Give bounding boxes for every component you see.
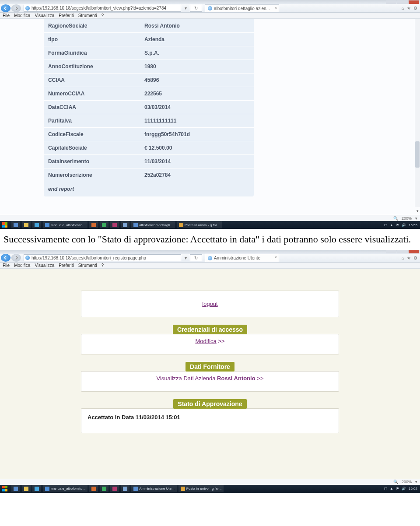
chevron-icon: >> [217,338,225,344]
tab-close-icon[interactable]: × [275,255,277,259]
taskbar-item[interactable] [11,221,20,228]
field-value: fnrggg50r54h701d [140,128,254,141]
field-value: Azienda [140,33,254,46]
home-icon[interactable]: ⌂ [402,6,404,11]
field-label: CodiceFiscale [44,128,140,141]
scroll-down-icon[interactable]: ▾ [415,207,420,215]
visualizza-link[interactable]: Visualizza Dati Azienda Rossi Antonio [157,375,256,382]
tray-clock[interactable]: 16:02 [409,487,417,491]
window-close[interactable] [409,0,419,4]
taskbar-item[interactable] [110,221,119,228]
tray-icon[interactable]: ▲ [390,223,393,227]
menu-help[interactable]: ? [101,263,104,268]
ie-favicon-icon [25,6,30,11]
field-value: 45896 [140,74,254,87]
menu-tools[interactable]: Strumenti [78,263,97,268]
tab-title: albofornitori dettaglio azien... [214,6,270,11]
favorites-icon[interactable]: ★ [407,6,411,11]
window-maximize[interactable] [397,0,408,4]
taskbar-item[interactable] [121,485,130,492]
tray-clock[interactable]: 15:55 [409,223,417,227]
page-content: logout Credenziali di accesso Modifica >… [0,269,420,479]
window-minimize[interactable] [386,250,396,253]
taskbar-item[interactable] [100,485,108,492]
taskbar-item[interactable] [89,485,98,492]
address-bar-row: http://192.168.10.18/sogesid/albofornito… [0,4,420,13]
taskbar-item[interactable]: manuale_albofornito... [43,221,88,228]
refresh-button[interactable]: ↻ [190,5,202,12]
taskbar-item[interactable] [89,221,98,228]
page-content: RagioneSocialeRossi Antonio tipoAzienda … [0,19,420,215]
start-button[interactable] [0,485,10,492]
taskbar-item[interactable] [110,485,119,492]
menu-file[interactable]: File [3,263,10,268]
taskbar-item[interactable] [22,221,31,228]
browser-tab[interactable]: albofornitori dettaglio azien... × [205,4,279,12]
field-value: 222565 [140,87,254,100]
nav-forward-button[interactable] [11,4,21,12]
zoom-level[interactable]: 200% [402,216,412,221]
menu-file[interactable]: File [3,13,10,18]
taskbar-item[interactable] [32,485,41,492]
search-separator: ▾ [181,5,190,12]
address-input[interactable]: http://192.168.10.18/sogesid/albofornito… [24,5,181,12]
taskbar-item[interactable]: Posta in arrivo - g.far... [177,221,222,228]
zoom-icon[interactable]: 🔍 [393,480,398,484]
home-icon[interactable]: ⌂ [402,256,404,260]
arrow-right-icon [14,256,18,260]
field-value: 03/03/2014 [140,101,254,114]
taskbar-item[interactable] [22,485,31,492]
window-minimize[interactable] [386,0,396,4]
tray-icon[interactable]: ⚑ [396,223,399,227]
start-button[interactable] [0,221,10,228]
favorites-icon[interactable]: ★ [407,256,411,260]
browser-tab[interactable]: Amministrazione Utente × [205,254,279,262]
taskbar-item[interactable]: albofornitori dettagli... [131,221,175,228]
vertical-scrollbar[interactable] [415,19,420,207]
zoom-icon[interactable]: 🔍 [393,216,398,221]
field-value: 252a02784 [140,168,254,182]
menu-favorites[interactable]: Preferiti [59,13,74,18]
window-titlebar [0,250,420,254]
modifica-link[interactable]: Modifica [195,338,216,344]
field-value: € 12.500.00 [140,141,254,154]
tray-icon[interactable]: 🔊 [402,223,406,227]
tools-icon[interactable]: ⚙ [413,256,417,260]
taskbar-item[interactable] [32,221,41,228]
credentials-card: Modifica >> [81,334,339,354]
taskbar-item[interactable] [121,221,130,228]
address-input[interactable]: http://192.168.10.18/sogesid/albofornito… [24,254,181,261]
field-label: CCIAA [44,74,140,87]
taskbar-item[interactable]: manuale_albofornito... [43,485,88,492]
taskbar-item[interactable]: Posta in arrivo - g.far... [178,485,224,492]
window-close[interactable] [409,250,419,253]
field-label: tipo [44,33,140,46]
taskbar-item[interactable] [100,221,108,228]
address-url: http://192.168.10.18/sogesid/albofornito… [32,6,166,11]
tray-lang[interactable]: IT [384,487,387,491]
taskbar-item[interactable] [11,485,20,492]
tray-icon[interactable]: ▲ [390,487,393,491]
menu-edit[interactable]: Modifica [14,263,30,268]
scroll-thumb[interactable] [415,141,420,168]
nav-back-button[interactable] [1,4,10,12]
tab-close-icon[interactable]: × [275,6,277,10]
field-value: Rossi Antonio [140,19,254,32]
menu-help[interactable]: ? [101,13,104,18]
tools-icon[interactable]: ⚙ [413,6,417,11]
tray-lang[interactable]: IT [384,223,387,227]
logout-link[interactable]: logout [202,301,217,307]
tray-icon[interactable]: ⚑ [396,487,399,491]
menu-edit[interactable]: Modifica [14,13,30,18]
refresh-button[interactable]: ↻ [190,254,202,261]
tray-icon[interactable]: 🔊 [402,487,406,491]
zoom-level[interactable]: 200% [402,480,412,484]
taskbar-item[interactable]: Amministrazione Ute... [131,485,176,492]
menu-view[interactable]: Visualizza [35,263,54,268]
nav-forward-button[interactable] [11,254,21,262]
nav-back-button[interactable] [1,254,10,262]
menu-favorites[interactable]: Preferiti [59,263,74,268]
menu-tools[interactable]: Strumenti [78,13,97,18]
menu-view[interactable]: Visualizza [35,13,54,18]
window-maximize[interactable] [397,250,408,253]
